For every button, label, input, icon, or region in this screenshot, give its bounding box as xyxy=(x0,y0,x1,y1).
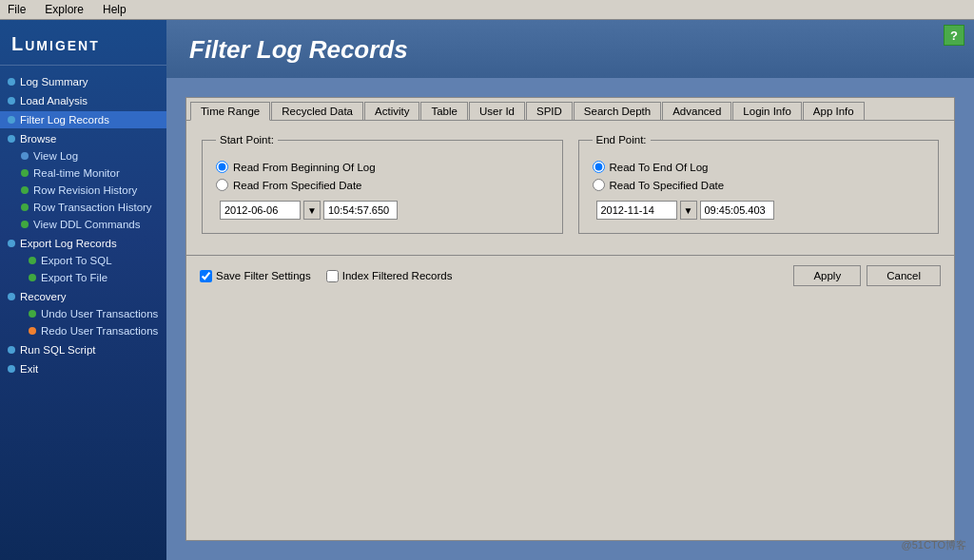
tab-bar: Time Range Recycled Data Activity Table … xyxy=(186,98,954,121)
bottom-bar: Save Filter Settings Index Filtered Reco… xyxy=(186,255,954,296)
end-radio-specified: Read To Specified Date xyxy=(593,179,925,191)
sidebar-label: Export To File xyxy=(41,272,107,283)
sidebar-item-export-to-sql[interactable]: Export To SQL xyxy=(0,252,166,269)
sidebar-label: View DDL Commands xyxy=(33,219,140,230)
tab-table[interactable]: Table xyxy=(420,102,468,120)
dot-icon xyxy=(8,365,15,373)
end-radio-end-label: Read To End Of Log xyxy=(610,162,709,173)
dot-icon xyxy=(29,257,36,264)
menu-file[interactable]: File xyxy=(4,2,29,17)
dot-icon xyxy=(29,327,36,335)
sidebar-label: Row Revision History xyxy=(33,184,137,196)
dot-icon xyxy=(21,186,29,194)
tab-recycled-data[interactable]: Recycled Data xyxy=(271,102,363,120)
sidebar-item-realtime-monitor[interactable]: Real-time Monitor xyxy=(0,164,166,182)
end-point-fieldset: End Point: Read To End Of Log Read To Sp… xyxy=(578,134,940,234)
sidebar-item-export-log-records[interactable]: Export Log Records xyxy=(0,235,166,252)
page-title: Filter Log Records xyxy=(189,35,951,65)
start-date-row: ▼ xyxy=(216,201,549,220)
end-radio-end: Read To End Of Log xyxy=(593,161,925,173)
dot-icon xyxy=(21,221,29,228)
dot-icon xyxy=(29,274,36,281)
sidebar-item-view-ddl-commands[interactable]: View DDL Commands xyxy=(0,216,166,233)
dot-icon xyxy=(8,78,15,86)
help-icon[interactable]: ? xyxy=(944,25,964,46)
tab-app-info[interactable]: App Info xyxy=(803,102,865,120)
fieldset-row: Start Point: Read From Beginning Of Log … xyxy=(202,134,939,234)
tab-search-depth[interactable]: Search Depth xyxy=(574,102,661,120)
sidebar-item-view-log[interactable]: View Log xyxy=(0,147,166,164)
end-date-dropdown[interactable]: ▼ xyxy=(680,201,697,220)
sidebar: Lumigent Log Summary Load Analysis Filte… xyxy=(0,20,166,560)
dot-icon xyxy=(21,169,29,177)
dot-icon xyxy=(8,293,15,300)
sidebar-item-export-to-file[interactable]: Export To File xyxy=(0,269,166,286)
sidebar-label: Recovery xyxy=(20,291,67,302)
end-time-input[interactable] xyxy=(700,201,774,220)
start-radio-specified-input[interactable] xyxy=(216,179,228,191)
start-point-legend: Start Point: xyxy=(216,134,278,145)
dot-icon xyxy=(29,310,36,318)
dot-icon xyxy=(8,240,15,247)
sidebar-label: Export To SQL xyxy=(41,255,112,266)
watermark: @51CTO博客 xyxy=(902,538,966,552)
sidebar-item-run-sql-script[interactable]: Run SQL Script xyxy=(0,341,166,358)
apply-button[interactable]: Apply xyxy=(793,265,861,286)
start-point-fieldset: Start Point: Read From Beginning Of Log … xyxy=(202,134,563,234)
sidebar-item-redo-user-transactions[interactable]: Redo User Transactions xyxy=(0,322,166,339)
sidebar-label: Run SQL Script xyxy=(20,344,95,356)
sidebar-item-recovery[interactable]: Recovery xyxy=(0,288,166,305)
sidebar-label: Browse xyxy=(20,133,56,145)
end-date-row: ▼ xyxy=(593,201,925,220)
action-buttons: Apply Cancel xyxy=(793,265,941,286)
tab-spid[interactable]: SPID xyxy=(526,102,573,120)
sidebar-label: View Log xyxy=(33,150,78,162)
end-date-input[interactable] xyxy=(596,201,677,220)
dot-icon xyxy=(8,97,15,105)
tab-user-id[interactable]: User Id xyxy=(469,102,525,120)
sidebar-label: Log Summary xyxy=(20,76,88,87)
tab-time-range[interactable]: Time Range xyxy=(190,102,270,121)
sidebar-item-browse[interactable]: Browse xyxy=(0,130,166,147)
tab-activity[interactable]: Activity xyxy=(364,102,419,120)
sidebar-item-filter-log-records[interactable]: Filter Log Records xyxy=(0,111,166,128)
menu-explore[interactable]: Explore xyxy=(41,2,88,17)
end-radio-specified-label: Read To Specified Date xyxy=(610,180,725,191)
index-filtered-checkbox-label: Index Filtered Records xyxy=(326,270,453,282)
menu-help[interactable]: Help xyxy=(99,2,130,17)
sidebar-item-load-analysis[interactable]: Load Analysis xyxy=(0,92,166,109)
tab-advanced[interactable]: Advanced xyxy=(662,102,731,120)
sidebar-label: Export Log Records xyxy=(20,238,117,249)
start-radio-beginning-input[interactable] xyxy=(216,161,228,173)
sidebar-item-undo-user-transactions[interactable]: Undo User Transactions xyxy=(0,305,166,322)
index-filtered-checkbox[interactable] xyxy=(326,270,339,282)
index-filtered-label: Index Filtered Records xyxy=(342,270,453,281)
sidebar-label: Real-time Monitor xyxy=(33,167,120,179)
cancel-button[interactable]: Cancel xyxy=(867,265,941,286)
end-radio-specified-input[interactable] xyxy=(593,179,605,191)
save-filter-checkbox[interactable] xyxy=(200,270,212,282)
sidebar-label: Load Analysis xyxy=(20,95,88,106)
start-radio-specified-label: Read From Specified Date xyxy=(233,180,362,191)
tab-login-info[interactable]: Login Info xyxy=(732,102,802,120)
save-filter-checkbox-label: Save Filter Settings xyxy=(200,270,311,282)
dot-icon xyxy=(8,116,15,124)
dot-icon xyxy=(21,152,29,160)
sidebar-label: Undo User Transactions xyxy=(41,308,158,319)
time-range-content: Start Point: Read From Beginning Of Log … xyxy=(186,121,954,247)
navigation: Log Summary Load Analysis Filter Log Rec… xyxy=(0,66,166,560)
sidebar-label: Filter Log Records xyxy=(20,114,109,126)
page-header: Filter Log Records xyxy=(166,20,974,78)
start-date-input[interactable] xyxy=(220,201,301,220)
sidebar-label: Row Transaction History xyxy=(33,202,152,213)
sidebar-item-exit[interactable]: Exit xyxy=(0,360,166,377)
end-radio-end-input[interactable] xyxy=(593,161,605,173)
start-radio-beginning: Read From Beginning Of Log xyxy=(216,161,549,173)
filter-panel: Time Range Recycled Data Activity Table … xyxy=(185,97,955,541)
sidebar-item-log-summary[interactable]: Log Summary xyxy=(0,73,166,90)
sidebar-item-row-revision-history[interactable]: Row Revision History xyxy=(0,182,166,199)
sidebar-label: Exit xyxy=(20,363,38,375)
start-time-input[interactable] xyxy=(323,201,398,220)
start-date-dropdown[interactable]: ▼ xyxy=(303,201,321,220)
sidebar-item-row-transaction-history[interactable]: Row Transaction History xyxy=(0,199,166,216)
